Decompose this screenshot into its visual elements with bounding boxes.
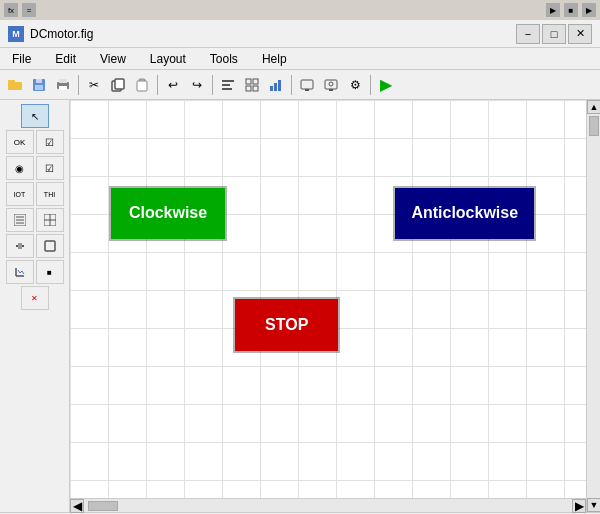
tool-arrow[interactable]: ↖ (21, 104, 49, 128)
toolbar-chart[interactable] (265, 74, 287, 96)
svg-rect-4 (35, 85, 43, 90)
svg-rect-23 (305, 89, 309, 91)
svg-rect-26 (329, 89, 333, 91)
tool-uicontrol[interactable]: ■ (36, 260, 64, 284)
toolbar-copy[interactable] (107, 74, 129, 96)
svg-rect-35 (18, 243, 22, 249)
window-title: DCmotor.fig (30, 27, 93, 41)
menu-bar: File Edit View Layout Tools Help (0, 48, 600, 70)
svg-rect-15 (246, 79, 251, 84)
toolbar-sep-2 (157, 75, 158, 95)
menu-help[interactable]: Help (258, 50, 291, 68)
svg-rect-24 (325, 80, 337, 89)
scrollbar-v-thumb[interactable] (589, 116, 599, 136)
tool-edit[interactable]: IOT (6, 182, 34, 206)
toolbar-properties[interactable] (320, 74, 342, 96)
window-icon: M (8, 26, 24, 42)
tool-row-6: ■ (6, 260, 64, 284)
canvas[interactable]: Clockwise Anticlockwise STOP (70, 100, 586, 498)
taskbar-icon-1: ▶ (546, 3, 560, 17)
scroll-right-btn[interactable]: ▶ (572, 499, 586, 513)
menu-tools[interactable]: Tools (206, 50, 242, 68)
svg-rect-20 (274, 83, 277, 91)
scrollbar-vertical[interactable]: ▲ ▼ (586, 100, 600, 512)
svg-rect-6 (59, 79, 67, 83)
tool-row-1: OK ☑ (6, 130, 64, 154)
svg-rect-11 (137, 81, 147, 91)
anticlockwise-button[interactable]: Anticlockwise (395, 188, 534, 240)
toolbar-print[interactable] (52, 74, 74, 96)
toolbar-sep-4 (291, 75, 292, 95)
scrollbar-h-thumb[interactable] (88, 501, 118, 511)
toolbar-run[interactable]: ▶ (375, 74, 397, 96)
title-bar: M DCmotor.fig − □ ✕ (0, 20, 600, 48)
toolbar-monitor[interactable] (296, 74, 318, 96)
title-controls: − □ ✕ (516, 24, 592, 44)
taskbar-fx: fx (4, 3, 18, 17)
main-area: ↖ OK ☑ ◉ ☑ IOT THI (0, 100, 600, 512)
toolbar-sep-5 (370, 75, 371, 95)
taskbar-top: fx = ▶ ■ ▶ (0, 0, 600, 20)
maximize-button[interactable]: □ (542, 24, 566, 44)
tool-table[interactable] (36, 208, 64, 232)
svg-rect-3 (36, 79, 42, 83)
tool-check2[interactable]: ☑ (36, 156, 64, 180)
tool-row-7: ✕ (21, 286, 49, 310)
tool-frame[interactable] (36, 234, 64, 258)
tool-text[interactable]: THI (36, 182, 64, 206)
tool-slider[interactable] (6, 234, 34, 258)
scroll-down-btn[interactable]: ▼ (587, 498, 600, 512)
tool-row-4 (6, 208, 64, 232)
tool-row-3: IOT THI (6, 182, 64, 206)
svg-rect-1 (8, 82, 22, 90)
tool-radio[interactable]: ◉ (6, 156, 34, 180)
taskbar-icon-3: ▶ (582, 3, 596, 17)
tool-activex[interactable]: ✕ (21, 286, 49, 310)
menu-layout[interactable]: Layout (146, 50, 190, 68)
svg-point-25 (329, 82, 333, 86)
menu-file[interactable]: File (8, 50, 35, 68)
minimize-button[interactable]: − (516, 24, 540, 44)
svg-rect-36 (45, 241, 55, 251)
svg-rect-7 (59, 86, 67, 90)
menu-view[interactable]: View (96, 50, 130, 68)
toolbar-sep-3 (212, 75, 213, 95)
svg-rect-21 (278, 80, 281, 91)
toolbar-settings[interactable]: ⚙ (344, 74, 366, 96)
toolbar-cut[interactable]: ✂ (83, 74, 105, 96)
svg-rect-16 (253, 79, 258, 84)
toolbar-align[interactable] (217, 74, 239, 96)
stop-button[interactable]: STOP (235, 299, 338, 351)
tool-row-5 (6, 234, 64, 258)
tool-pushbutton[interactable]: OK (6, 130, 34, 154)
clockwise-button[interactable]: Clockwise (111, 188, 225, 240)
svg-rect-19 (270, 86, 273, 91)
taskbar-icon-2: ■ (564, 3, 578, 17)
toolbar-open[interactable] (4, 74, 26, 96)
main-window: fx = ▶ ■ ▶ M DCmotor.fig − □ ✕ File Edit… (0, 0, 600, 514)
scroll-up-btn[interactable]: ▲ (587, 100, 600, 114)
title-bar-left: M DCmotor.fig (8, 26, 93, 42)
toolbar-redo[interactable]: ↪ (186, 74, 208, 96)
svg-rect-9 (115, 79, 124, 89)
svg-rect-22 (301, 80, 313, 89)
menu-edit[interactable]: Edit (51, 50, 80, 68)
close-button[interactable]: ✕ (568, 24, 592, 44)
left-sidebar: ↖ OK ☑ ◉ ☑ IOT THI (0, 100, 70, 512)
tool-listbox[interactable] (6, 208, 34, 232)
toolbar-grid[interactable] (241, 74, 263, 96)
svg-rect-18 (253, 86, 258, 91)
svg-rect-13 (222, 84, 230, 86)
tool-checkbox[interactable]: ☑ (36, 130, 64, 154)
scrollbar-horizontal[interactable]: ◀ ▶ (70, 498, 586, 512)
toolbar-save[interactable] (28, 74, 50, 96)
taskbar-eq: = (22, 3, 36, 17)
svg-rect-12 (222, 80, 234, 82)
scroll-left-btn[interactable]: ◀ (70, 499, 84, 513)
canvas-container: Clockwise Anticlockwise STOP ◀ ▶ (70, 100, 586, 512)
svg-rect-14 (222, 88, 232, 90)
toolbar-paste[interactable] (131, 74, 153, 96)
tool-axes[interactable] (6, 260, 34, 284)
toolbar-undo[interactable]: ↩ (162, 74, 184, 96)
toolbar-sep-1 (78, 75, 79, 95)
